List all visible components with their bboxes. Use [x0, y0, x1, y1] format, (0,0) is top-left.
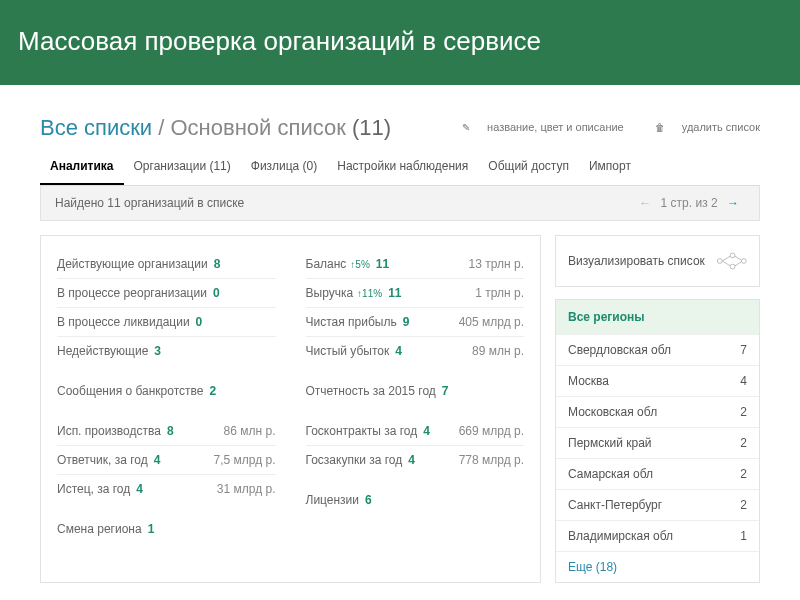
tab[interactable]: Организации (11): [124, 151, 241, 183]
content: Все списки / Основной список (11) ✎назва…: [0, 85, 800, 583]
banner-title: Массовая проверка организаций в сервисе: [18, 26, 541, 56]
title-actions: ✎название, цвет и описание 🗑удалить спис…: [434, 121, 760, 133]
region-row[interactable]: Владимирская обл1: [556, 520, 759, 551]
visualize-label: Визуализировать список: [568, 254, 705, 268]
pencil-icon: ✎: [462, 122, 470, 133]
stat-row[interactable]: Лицензии6: [306, 486, 525, 514]
stat-row[interactable]: Исп. производства886 млн р.: [57, 417, 276, 446]
trash-icon: 🗑: [655, 122, 665, 133]
svg-point-0: [717, 259, 722, 264]
pager: ← 1 стр. из 2 →: [633, 196, 745, 210]
breadcrumb-current: Основной список: [171, 115, 346, 140]
stat-row[interactable]: Чистый убыток489 млн р.: [306, 337, 525, 365]
regions-head[interactable]: Все регионы: [556, 300, 759, 334]
stat-row[interactable]: Чистая прибыль9405 млрд р.: [306, 308, 525, 337]
stat-row[interactable]: Выручка↑11%111 трлн р.: [306, 279, 525, 308]
found-label: Найдено 11 организаций в списке: [55, 196, 244, 210]
stat-row[interactable]: Госзакупки за год4778 млрд р.: [306, 446, 525, 474]
svg-point-2: [730, 264, 735, 269]
region-row[interactable]: Москва4: [556, 365, 759, 396]
stat-row[interactable]: Смена региона1: [57, 515, 276, 543]
svg-point-1: [730, 253, 735, 258]
stats-col-right: Баланс↑5%1113 трлн р.Выручка↑11%111 трлн…: [306, 250, 525, 543]
regions-more[interactable]: Еще (18): [556, 551, 759, 582]
tab[interactable]: Аналитика: [40, 151, 124, 185]
tab[interactable]: Общий доступ: [478, 151, 579, 183]
tab[interactable]: Физлица (0): [241, 151, 327, 183]
graph-icon: [715, 250, 747, 272]
breadcrumb-count: (11): [352, 115, 391, 140]
region-row[interactable]: Московская обл2: [556, 396, 759, 427]
pager-label: 1 стр. из 2: [661, 196, 718, 210]
stat-row[interactable]: Действующие организации8: [57, 250, 276, 279]
stat-row[interactable]: Истец, за год431 млрд р.: [57, 475, 276, 503]
breadcrumb-sep: /: [158, 115, 170, 140]
pager-prev[interactable]: ←: [633, 196, 657, 210]
stats-card: Действующие организации8В процессе реорг…: [40, 235, 541, 583]
banner: Массовая проверка организаций в сервисе: [0, 0, 800, 85]
region-row[interactable]: Самарская обл2: [556, 458, 759, 489]
tab[interactable]: Настройки наблюдения: [327, 151, 478, 183]
breadcrumb-root[interactable]: Все списки: [40, 115, 152, 140]
side-column: Визуализировать список Все регионы Сверд…: [555, 235, 760, 583]
svg-line-6: [735, 256, 741, 260]
svg-point-3: [741, 259, 746, 264]
tabs: АналитикаОрганизации (11)Физлица (0)Наст…: [40, 151, 760, 186]
stat-row[interactable]: Сообщения о банкротстве2: [57, 377, 276, 405]
svg-line-5: [722, 261, 730, 266]
regions-panel: Все регионы Свердловская обл7Москва4Моск…: [555, 299, 760, 583]
stat-row[interactable]: Баланс↑5%1113 трлн р.: [306, 250, 525, 279]
region-row[interactable]: Санкт-Петербург2: [556, 489, 759, 520]
visualize-button[interactable]: Визуализировать список: [555, 235, 760, 287]
tab[interactable]: Импорт: [579, 151, 641, 183]
stat-row[interactable]: В процессе реорганизации0: [57, 279, 276, 308]
stat-row[interactable]: В процессе ликвидации0: [57, 308, 276, 337]
edit-list-button[interactable]: ✎название, цвет и описание: [448, 121, 624, 133]
stats-col-left: Действующие организации8В процессе реорг…: [57, 250, 276, 543]
region-row[interactable]: Пермский край2: [556, 427, 759, 458]
stat-row[interactable]: Недействующие3: [57, 337, 276, 365]
stat-row[interactable]: Госконтракты за год4669 млрд р.: [306, 417, 525, 446]
region-row[interactable]: Свердловская обл7: [556, 334, 759, 365]
svg-line-4: [722, 256, 730, 261]
stat-row[interactable]: Ответчик, за год47,5 млрд р.: [57, 446, 276, 475]
summary-bar: Найдено 11 организаций в списке ← 1 стр.…: [40, 186, 760, 221]
svg-line-7: [735, 262, 741, 266]
main-row: Действующие организации8В процессе реорг…: [40, 235, 760, 583]
delete-list-button[interactable]: 🗑удалить список: [641, 121, 760, 133]
pager-next[interactable]: →: [721, 196, 745, 210]
stat-row[interactable]: Отчетность за 2015 год7: [306, 377, 525, 405]
